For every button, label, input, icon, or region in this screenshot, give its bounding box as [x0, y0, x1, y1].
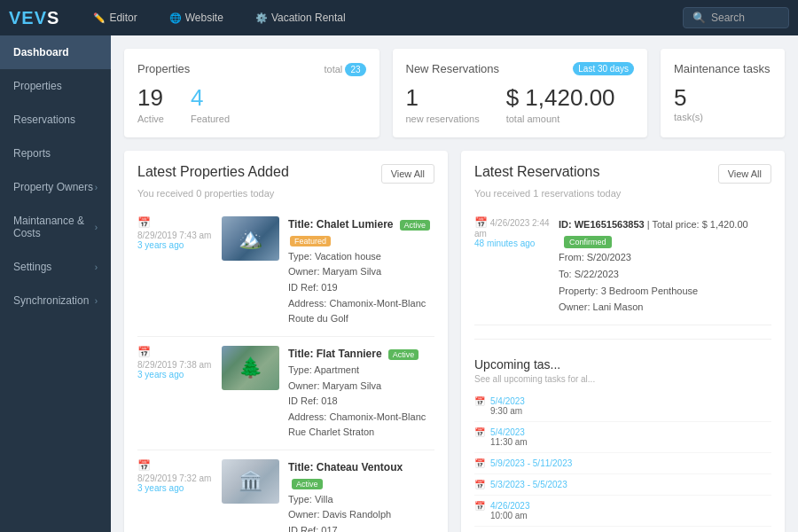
- property-type: Type: Villa: [288, 492, 434, 508]
- property-image-inner: 🏔️: [222, 216, 279, 261]
- upcoming-tasks-section: Upcoming tas... See all upcoming tasks f…: [474, 339, 771, 527]
- property-item: 📅 8/29/2019 7:38 am 3 years ago 🌲 Title:…: [137, 337, 434, 450]
- upcoming-date: 5/4/2023: [490, 396, 525, 406]
- property-title: Title: Flat Tanniere: [288, 348, 382, 360]
- sidebar-item-properties[interactable]: Properties: [0, 69, 111, 103]
- chevron-icon: ›: [95, 262, 98, 272]
- property-image: 🏛️: [222, 459, 279, 504]
- property-status-active: Active: [388, 349, 419, 360]
- calendar-icon: 📅: [474, 480, 485, 489]
- property-status-active: Active: [292, 479, 323, 489]
- upcoming-item: 📅 5/9/2023 - 5/11/2023: [474, 453, 771, 474]
- property-date: 📅 8/29/2019 7:32 am 3 years ago: [137, 459, 213, 532]
- chevron-icon: ›: [95, 183, 98, 192]
- property-item: 📅 8/29/2019 7:43 am 3 years ago 🏔️ Title…: [137, 207, 434, 337]
- panel-latest-reservations: Latest Reservations View All You receive…: [461, 151, 785, 532]
- stat-card-header-reservations: New Reservations Last 30 days: [406, 62, 635, 75]
- maintenance-num: 5: [674, 84, 771, 112]
- property-title-line: Title: Flat Tanniere Active: [288, 346, 434, 363]
- property-image-inner: 🏛️: [222, 459, 279, 504]
- reservation-date: 📅 4/26/2023 2:44 am 48 minutes ago: [474, 216, 550, 316]
- reservation-item: 📅 4/26/2023 2:44 am 48 minutes ago ID: W…: [474, 207, 771, 325]
- upcoming-item-detail: 5/4/2023 9:30 am: [490, 396, 525, 416]
- maintenance-stat-title: Maintenance tasks: [674, 62, 770, 75]
- editor-icon: ✏️: [93, 12, 106, 24]
- sidebar-item-property-owners[interactable]: Property Owners ›: [0, 170, 111, 204]
- properties-total-badge: 23: [345, 63, 365, 76]
- upcoming-date: 5/9/2023 - 5/11/2023: [490, 458, 572, 468]
- search-icon: 🔍: [692, 12, 706, 24]
- nav-website[interactable]: 🌐 Website: [162, 8, 231, 27]
- property-details: Title: Chalet Lumiere Active Featured Ty…: [288, 216, 434, 327]
- sidebar-item-reservations[interactable]: Reservations: [0, 103, 111, 137]
- reservation-id-line: ID: WE1651563853 | Total price: $ 1,420.…: [559, 216, 771, 249]
- new-reservations-label: new reservations: [406, 113, 480, 124]
- property-type: Type: Vacation house: [288, 249, 434, 265]
- properties-total-label: total 23: [325, 64, 366, 74]
- sidebar-item-dashboard[interactable]: Dashboard: [0, 35, 111, 69]
- property-image: 🏔️: [222, 216, 279, 261]
- property-image-inner: 🌲: [222, 346, 279, 390]
- properties-view-all-button[interactable]: View All: [381, 164, 434, 184]
- properties-active-label: Active: [137, 113, 164, 124]
- property-ago: 3 years ago: [137, 240, 184, 250]
- properties-featured-stat: 4 Featured: [191, 84, 230, 124]
- sidebar-item-settings[interactable]: Settings ›: [0, 250, 111, 284]
- calendar-icon: 📅: [474, 501, 485, 520]
- property-status-featured: Featured: [290, 236, 331, 246]
- reservation-total: Total price: $ 1,420.00: [652, 219, 747, 230]
- calendar-icon: 📅: [474, 396, 485, 416]
- reservations-numbers: 1 new reservations $ 1,420.00 total amou…: [406, 84, 635, 124]
- properties-active-num: 19: [137, 84, 164, 112]
- panels-row: Latest Properties Added View All You rec…: [124, 151, 785, 532]
- property-details: Title: Chateau Ventoux Active Type: Vill…: [288, 459, 434, 532]
- reservations-panel-header: Latest Reservations View All: [474, 164, 771, 184]
- upcoming-date: 5/4/2023: [490, 427, 528, 437]
- property-ref: ID Ref: 017: [288, 523, 434, 532]
- property-owner: Owner: Davis Randolph: [288, 507, 434, 523]
- sidebar-item-maintenance[interactable]: Maintanance & Costs ›: [0, 204, 111, 250]
- nav-editor[interactable]: ✏️ Editor: [86, 8, 144, 27]
- property-datetime: 8/29/2019 7:43 am: [137, 231, 211, 240]
- nav-vacation-rental[interactable]: ⚙️ Vacation Rental: [248, 8, 353, 27]
- reservations-badge: Last 30 days: [573, 62, 634, 75]
- new-reservations-num: 1: [406, 84, 480, 112]
- stat-card-reservations: New Reservations Last 30 days 1 new rese…: [393, 49, 648, 137]
- reservation-status: Confirmed: [564, 236, 612, 248]
- logo[interactable]: VEVS: [9, 8, 59, 28]
- top-nav: VEVS ✏️ Editor 🌐 Website ⚙️ Vacation Ren…: [0, 0, 798, 35]
- layout: Dashboard Properties Reservations Report…: [0, 35, 798, 532]
- property-status-active: Active: [400, 220, 431, 231]
- sidebar-item-reports[interactable]: Reports: [0, 137, 111, 170]
- search-placeholder: Search: [711, 12, 745, 24]
- stat-card-header-properties: Properties total 23: [137, 62, 366, 75]
- calendar-icon: 📅: [137, 346, 151, 358]
- new-reservations-stat: 1 new reservations: [406, 84, 480, 124]
- properties-stat-title: Properties: [137, 62, 190, 75]
- panel-latest-properties: Latest Properties Added View All You rec…: [124, 151, 448, 532]
- reservation-details: ID: WE1651563853 | Total price: $ 1,420.…: [559, 216, 771, 316]
- sidebar-item-synchronization[interactable]: Synchronization ›: [0, 284, 111, 317]
- reservations-view-all-button[interactable]: View All: [718, 164, 771, 184]
- sidebar: Dashboard Properties Reservations Report…: [0, 35, 111, 532]
- reservation-id: ID: WE1651563853: [559, 219, 645, 230]
- properties-panel-header: Latest Properties Added View All: [137, 164, 434, 184]
- property-ref: ID Ref: 019: [288, 280, 434, 296]
- maintenance-label: task(s): [674, 112, 771, 122]
- properties-panel-subtitle: You received 0 properties today: [137, 188, 434, 199]
- property-title: Title: Chalet Lumiere: [288, 218, 393, 231]
- property-address: Address: Chamonix-Mont-Blanc Route du Go…: [288, 296, 434, 327]
- upcoming-item-detail: 5/3/2023 - 5/5/2023: [490, 480, 567, 489]
- stat-card-properties: Properties total 23 19 Active 4 Featured: [124, 49, 379, 137]
- reservations-stat-title: New Reservations: [406, 62, 500, 75]
- search-box[interactable]: 🔍 Search: [683, 7, 789, 28]
- property-ago: 3 years ago: [137, 370, 184, 379]
- calendar-icon: 📅: [474, 427, 485, 447]
- stat-card-maintenance: Maintenance tasks 5 task(s): [661, 49, 785, 137]
- reservation-from: From: S/20/2023: [559, 249, 771, 266]
- property-date: 📅 8/29/2019 7:43 am 3 years ago: [137, 216, 213, 327]
- property-details: Title: Flat Tanniere Active Type: Apartm…: [288, 346, 434, 441]
- calendar-icon: 📅: [474, 458, 485, 468]
- properties-active-stat: 19 Active: [137, 84, 164, 124]
- reservations-amount-label: total amount: [506, 113, 615, 124]
